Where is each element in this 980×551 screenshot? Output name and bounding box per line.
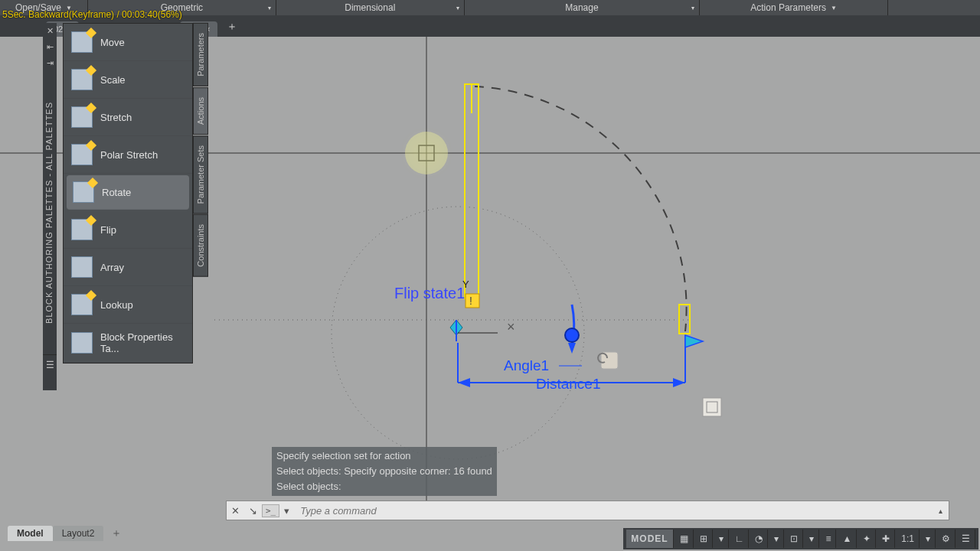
action-move[interactable]: Move — [64, 24, 192, 61]
tab-parameter-sets[interactable]: Parameter Sets — [193, 135, 208, 214]
rotate-icon — [73, 181, 94, 203]
move-icon — [71, 31, 93, 53]
close-icon[interactable]: ✕ — [43, 23, 57, 39]
grid-icon[interactable]: ▦ — [675, 530, 694, 548]
properties-icon[interactable]: ☰ — [43, 354, 57, 375]
svg-point-15 — [565, 328, 579, 342]
command-history: Specify selection set for action Select … — [272, 447, 497, 496]
array-icon — [71, 256, 93, 278]
annoauto-icon[interactable]: ✚ — [877, 530, 895, 548]
recent-commands-icon[interactable]: ↘ — [244, 505, 262, 517]
tab-constraints[interactable]: Constraints — [193, 214, 208, 277]
svg-rect-24 — [601, 352, 618, 369]
action-block-properties[interactable]: Block Properties Ta... — [64, 324, 192, 363]
command-bar: ✕ ↘ >_ ▾ ▴ — [226, 500, 949, 520]
add-tab-button[interactable]: ＋ — [219, 17, 245, 37]
svg-rect-9 — [466, 294, 479, 308]
flip-icon — [71, 219, 93, 240]
svg-rect-8 — [679, 305, 690, 334]
palette-item-label: Move — [100, 37, 125, 48]
chevron-down-icon[interactable]: ▾ — [714, 530, 729, 548]
svg-marker-22 — [673, 378, 685, 387]
layout-tabs: Model Layout2 ＋ — [8, 525, 129, 542]
svg-rect-6 — [465, 84, 479, 298]
svg-marker-23 — [685, 335, 703, 347]
chevron-down-icon: ▼ — [831, 5, 837, 11]
gear-icon[interactable]: ⚙ — [937, 530, 956, 548]
palette-category-tabs: Parameters Actions Parameter Sets Constr… — [193, 23, 208, 278]
tab-actions[interactable]: Actions — [193, 87, 208, 135]
tab-layout2[interactable]: Layout2 — [53, 526, 104, 541]
menu-manage[interactable]: Manage ▾ — [465, 0, 700, 15]
expand-up-icon[interactable]: ▴ — [933, 507, 949, 515]
chevron-down-icon[interactable]: ▾ — [279, 505, 294, 517]
flip-state-label: Flip state1 — [394, 285, 465, 302]
action-array[interactable]: Array — [64, 249, 192, 286]
chevron-down-icon: ▾ — [691, 5, 694, 11]
palette-item-label: Rotate — [102, 187, 131, 198]
tab-parameters[interactable]: Parameters — [193, 23, 208, 86]
action-flip[interactable]: Flip — [64, 211, 192, 249]
lineweight-icon[interactable]: ≡ — [821, 530, 836, 548]
palette-item-label: Stretch — [100, 112, 132, 123]
actions-palette: Move Scale Stretch Polar Stretch Rotate … — [63, 23, 193, 364]
palette-item-label: Polar Stretch — [100, 149, 158, 161]
palette-title: BLOCK AUTHORING PALETTES - ALL PALETTES — [43, 71, 55, 354]
menu-label: Manage — [565, 2, 598, 13]
dock-right-icon[interactable]: ⇥ — [43, 55, 57, 71]
command-input[interactable] — [294, 505, 933, 517]
origin-x-marker: × — [507, 319, 515, 334]
svg-marker-21 — [458, 378, 470, 387]
cmd-history-line: Select objects: Specify opposite corner:… — [276, 464, 492, 479]
chevron-down-icon: ▾ — [268, 5, 271, 11]
chevron-down-icon[interactable]: ▾ — [769, 530, 784, 548]
snap-icon[interactable]: ⊞ — [695, 530, 713, 548]
isoplane-icon[interactable]: ◔ — [750, 530, 768, 548]
chevron-down-icon[interactable]: ▾ — [921, 530, 936, 548]
polar-stretch-icon — [71, 144, 93, 165]
scale-ratio[interactable]: 1:1 — [897, 530, 920, 548]
palette-item-label: Scale — [100, 74, 126, 86]
menu-action-params[interactable]: Action Parameters ▼ — [700, 0, 888, 15]
action-rotate[interactable]: Rotate — [67, 175, 189, 210]
palette-item-label: Lookup — [100, 299, 133, 311]
lookup-icon — [71, 294, 93, 315]
menu-label: Action Parameters — [750, 2, 826, 13]
stretch-icon — [71, 106, 93, 128]
table-icon — [71, 332, 93, 354]
modelspace-button[interactable]: MODEL — [626, 530, 673, 548]
add-layout-button[interactable]: ＋ — [103, 524, 129, 543]
menu-label: Dimensional — [345, 2, 395, 13]
palette-rail: ✕ ⇤ ⇥ BLOCK AUTHORING PALETTES - ALL PAL… — [43, 23, 57, 390]
action-polar-stretch[interactable]: Polar Stretch — [64, 136, 192, 174]
chevron-down-icon[interactable]: ▾ — [805, 530, 819, 548]
svg-text:!: ! — [469, 295, 472, 307]
close-icon[interactable]: ✕ — [227, 505, 244, 517]
svg-marker-16 — [568, 343, 576, 354]
distance-label: Distance1 — [536, 376, 601, 392]
cmd-history-line: Specify selection set for action — [276, 448, 492, 464]
annoscale-icon[interactable]: ✦ — [858, 530, 876, 548]
action-scale[interactable]: Scale — [64, 61, 192, 99]
angle-label: Angle1 — [504, 357, 549, 373]
scale-icon — [71, 69, 93, 90]
video-overlay-annotation: 5Sec. Backward(Keyframe) / 00:03:40(56%) — [2, 9, 182, 20]
action-stretch[interactable]: Stretch — [64, 99, 192, 136]
palette-item-label: Block Properties Ta... — [100, 331, 185, 354]
svg-rect-25 — [703, 398, 721, 416]
annotation-icon[interactable]: ▲ — [838, 530, 857, 548]
action-lookup[interactable]: Lookup — [64, 286, 192, 324]
palette-item-label: Flip — [100, 224, 116, 236]
svg-text:Y: Y — [462, 279, 469, 290]
command-prompt-icon[interactable]: >_ — [262, 504, 279, 517]
dock-left-icon[interactable]: ⇤ — [43, 39, 57, 55]
cmd-history-line: Select objects: — [276, 479, 492, 494]
osnap-icon[interactable]: ⊡ — [786, 530, 803, 548]
chevron-down-icon: ▾ — [456, 5, 459, 11]
customize-icon[interactable]: ☰ — [957, 530, 975, 548]
ortho-icon[interactable]: ∟ — [730, 530, 750, 548]
svg-point-3 — [405, 132, 448, 174]
menu-dimensional[interactable]: Dimensional ▾ — [276, 0, 465, 15]
tab-model[interactable]: Model — [8, 526, 53, 541]
palette-item-label: Array — [100, 262, 124, 273]
